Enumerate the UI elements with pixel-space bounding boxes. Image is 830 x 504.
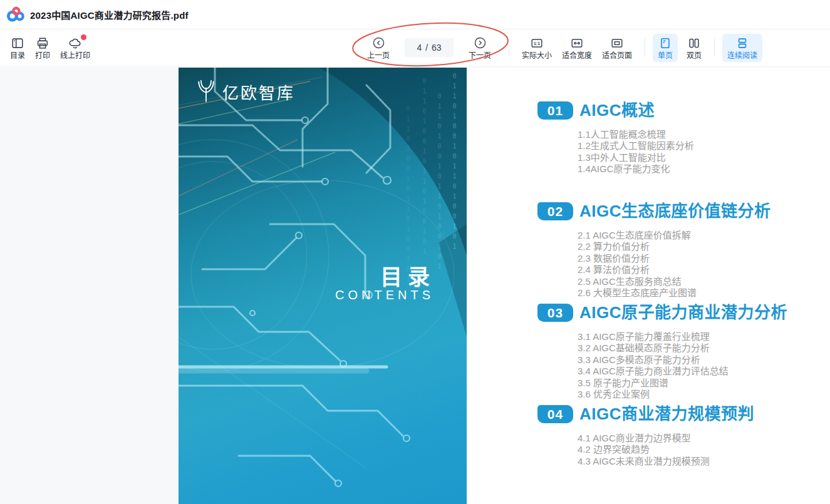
toc-item: 2.1 AIGC生态底座价值拆解 xyxy=(578,230,697,241)
section-title: AIGC概述 xyxy=(579,101,655,120)
toc-item: 3.3 AIGC多模态原子能力分析 xyxy=(578,354,729,366)
fit-width-button[interactable]: 适合宽度 xyxy=(557,34,597,62)
toc-section-1-header: 01 AIGC概述 xyxy=(537,101,655,120)
toc-item: 1.3中外人工智能对比 xyxy=(578,152,694,163)
pdf-viewer-window: 2023中国AIGC商业潜力研究报告.pdf 目录 xyxy=(0,0,830,504)
section-title: AIGC原子能力商业潜力分析 xyxy=(579,304,787,322)
chevron-left-circle-icon xyxy=(371,36,385,50)
brand-logo: 亿欧智库 xyxy=(195,78,295,105)
previous-page-button[interactable]: 上一页 xyxy=(362,34,395,62)
fit-page-button[interactable]: 适合页面 xyxy=(597,34,637,62)
svg-text:1:1: 1:1 xyxy=(534,41,540,46)
toc-item: 2.5 AIGC生态服务商总结 xyxy=(578,276,697,287)
chevron-right-circle-icon xyxy=(473,36,487,50)
continuous-reading-label: 连续阅读 xyxy=(727,52,757,59)
actual-size-icon: 1:1 xyxy=(530,36,544,50)
section-number-badge: 02 xyxy=(537,202,573,220)
single-page-icon xyxy=(658,36,672,50)
print-button[interactable]: 打印 xyxy=(30,34,55,62)
yiou-sprout-icon xyxy=(195,78,217,105)
cloud-print-icon xyxy=(68,36,82,50)
toc-item: 3.4 AIGC原子能力商业潜力评估总结 xyxy=(578,366,729,377)
toc-section-2-items: 2.1 AIGC生态底座价值拆解 2.2 算力价值分析 2.3 数据价值分析 2… xyxy=(578,230,697,299)
continuous-reading-icon xyxy=(735,36,749,50)
toc-button-label: 目录 xyxy=(10,52,25,59)
fit-width-icon xyxy=(570,36,584,50)
binary-texture: 011010010110100101 xyxy=(405,105,412,285)
toc-item: 2.4 算法价值分析 xyxy=(578,264,697,275)
toolbar: 目录 打印 xyxy=(0,29,830,66)
pdf-page: 011010010110100101 011010010110100101 01… xyxy=(179,68,830,504)
toc-item: 2.2 算力价值分析 xyxy=(578,241,697,252)
toc-item: 4.3 AIGC未来商业潜力规模预测 xyxy=(578,456,710,467)
toc-item: 4.2 边界突破趋势 xyxy=(578,444,710,455)
document-title: 2023中国AIGC商业潜力研究报告.pdf xyxy=(30,8,189,21)
actual-size-button[interactable]: 1:1 实际大小 xyxy=(517,34,557,62)
toc-section-4-header: 04 AIGC商业潜力规模预判 xyxy=(537,405,754,423)
cover-subtitle: CONTENTS xyxy=(335,288,434,302)
actual-size-label: 实际大小 xyxy=(522,52,552,59)
toc-section-3-items: 3.1 AIGC原子能力覆盖行业梳理 3.2 AIGC基础模态原子能力分析 3.… xyxy=(578,331,729,400)
brand-name: 亿欧智库 xyxy=(222,80,295,103)
section-title: AIGC商业潜力规模预判 xyxy=(579,405,754,423)
title-bar: 2023中国AIGC商业潜力研究报告.pdf xyxy=(0,0,830,29)
next-page-label: 下一页 xyxy=(469,52,491,59)
cover-art-panel: 011010010110100101 011010010110100101 01… xyxy=(179,68,467,504)
binary-texture: 011010010110100101 xyxy=(451,73,458,253)
page-separator: / xyxy=(425,43,428,53)
printer-icon xyxy=(36,36,49,50)
netdisk-logo-icon xyxy=(6,6,25,23)
binary-texture: 011010010110100101 xyxy=(421,78,428,258)
double-page-mode-button[interactable]: 双页 xyxy=(682,34,707,62)
toolbar-divider xyxy=(645,38,645,57)
single-page-mode-button[interactable]: 单页 xyxy=(653,34,678,62)
toc-item: 1.1人工智能概念梳理 xyxy=(578,129,694,140)
current-page-number: 4 xyxy=(417,43,422,53)
section-title: AIGC生态底座价值链分析 xyxy=(579,202,771,220)
document-viewport[interactable]: 011010010110100101 011010010110100101 01… xyxy=(0,66,830,504)
cover-title: 目录 xyxy=(380,259,435,291)
toc-section-3-header: 03 AIGC原子能力商业潜力分析 xyxy=(537,304,787,322)
double-page-icon xyxy=(687,36,701,50)
toc-item: 2.6 大模型生态底座产业图谱 xyxy=(578,287,697,299)
toc-panel-icon xyxy=(11,36,24,50)
toc-item: 2.3 数据价值分析 xyxy=(578,253,697,264)
previous-page-label: 上一页 xyxy=(367,52,390,59)
toc-section-2-header: 02 AIGC生态底座价值链分析 xyxy=(537,202,771,220)
toc-item: 3.5 原子能力产业图谱 xyxy=(578,378,729,389)
single-page-label: 单页 xyxy=(658,52,673,59)
toolbar-right-group: 1:1 实际大小 适合宽度 xyxy=(501,29,762,66)
toc-item: 3.1 AIGC原子能力覆盖行业梳理 xyxy=(578,331,729,342)
toolbar-divider xyxy=(714,38,715,57)
toc-item: 1.2生成式人工智能因素分析 xyxy=(578,140,694,152)
toc-section-1-items: 1.1人工智能概念梳理 1.2生成式人工智能因素分析 1.3中外人工智能对比 1… xyxy=(578,129,694,175)
section-number-badge: 03 xyxy=(537,304,573,322)
notification-dot xyxy=(81,34,86,40)
section-number-badge: 01 xyxy=(537,101,573,120)
toc-button[interactable]: 目录 xyxy=(5,34,30,62)
toc-item: 3.6 优秀企业案例 xyxy=(578,389,729,400)
online-print-button[interactable]: 线上打印 xyxy=(55,34,95,62)
print-button-label: 打印 xyxy=(35,52,50,59)
toc-item: 3.2 AIGC基础模态原子能力分析 xyxy=(578,342,729,354)
page-navigation: 上一页 4 / 63 下一页 xyxy=(362,29,496,66)
binary-texture: 011010010110100101 xyxy=(436,93,443,273)
section-number-badge: 04 xyxy=(537,405,573,423)
toc-item: 4.1 AIGC商业潜力边界模型 xyxy=(578,433,710,444)
next-page-button[interactable]: 下一页 xyxy=(464,34,496,62)
continuous-reading-button[interactable]: 连续阅读 xyxy=(722,34,762,62)
fit-width-label: 适合宽度 xyxy=(562,52,592,59)
online-print-button-label: 线上打印 xyxy=(60,52,90,59)
toc-item: 1.4AIGC原子能力变化 xyxy=(578,163,694,175)
page-indicator[interactable]: 4 / 63 xyxy=(405,38,454,57)
toolbar-divider xyxy=(509,38,509,57)
toolbar-left-group: 目录 打印 xyxy=(5,29,95,66)
total-page-count: 63 xyxy=(432,43,442,53)
toc-section-4-items: 4.1 AIGC商业潜力边界模型 4.2 边界突破趋势 4.3 AIGC未来商业… xyxy=(578,433,710,467)
double-page-label: 双页 xyxy=(687,52,702,59)
fit-page-icon xyxy=(610,36,624,50)
fit-page-label: 适合页面 xyxy=(602,52,632,59)
